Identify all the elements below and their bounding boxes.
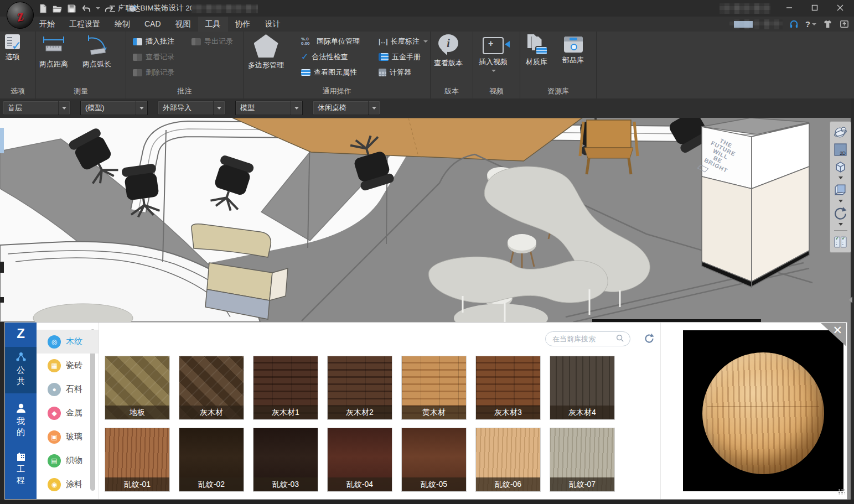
view-combo-0[interactable]: 首层: [3, 101, 70, 115]
material-card-乱纹-04[interactable]: 乱纹-04: [327, 428, 392, 492]
tab-设计[interactable]: 设计: [258, 17, 288, 32]
view-version-button[interactable]: i 查看版本: [434, 34, 463, 68]
material-card-灰木材2[interactable]: 灰木材2: [327, 356, 392, 420]
save-button[interactable]: [66, 3, 77, 14]
minimize-button[interactable]: [777, 0, 802, 15]
material-card-乱纹-02[interactable]: 乱纹-02: [179, 428, 244, 492]
view-combo-4[interactable]: 休闲桌椅: [313, 101, 380, 115]
tile-category-icon: ▦: [48, 359, 61, 372]
insert-video-caret[interactable]: [491, 70, 496, 72]
close-button[interactable]: [827, 0, 853, 15]
tab-开始[interactable]: 开始: [32, 17, 62, 32]
tab-绘制[interactable]: 绘制: [107, 17, 137, 32]
view-record-button[interactable]: 查看记录: [133, 50, 174, 64]
cube-iso-button[interactable]: [832, 158, 849, 175]
material-name: 乱纹-02: [179, 477, 244, 491]
open-file-button[interactable]: [52, 3, 63, 14]
insert-video-button[interactable]: + 插入视频: [479, 34, 508, 72]
two-point-distance-button[interactable]: 两点距离: [39, 34, 68, 69]
material-name: 乱纹-03: [253, 477, 318, 491]
combo-dropdown-arrow[interactable]: [136, 101, 147, 115]
category-玻璃[interactable]: ▣玻璃: [37, 425, 99, 449]
combo-dropdown-arrow[interactable]: [291, 101, 302, 115]
tab-CAD[interactable]: CAD: [137, 17, 168, 32]
material-library-button[interactable]: 材质库: [526, 34, 547, 67]
category-木纹[interactable]: ◎木纹: [37, 330, 99, 354]
collapse-panel-handle[interactable]: [849, 297, 852, 303]
support-headset-icon[interactable]: [789, 19, 799, 29]
cube-iso-dropdown-caret[interactable]: [839, 176, 843, 179]
category-瓷砖[interactable]: ▦瓷砖: [37, 354, 99, 377]
help-button[interactable]: ?: [805, 19, 816, 29]
options-button[interactable]: ✓ 选项: [5, 34, 20, 62]
combo-dropdown-arrow[interactable]: [58, 101, 70, 115]
search-input[interactable]: [551, 334, 612, 344]
material-card-黄木材[interactable]: 黄木材: [401, 356, 467, 420]
intl-units-button[interactable]: %.00.00 国际单位管理: [301, 35, 360, 48]
display-settings-button[interactable]: [832, 233, 849, 250]
maximize-button[interactable]: [802, 0, 827, 15]
search-icon[interactable]: [615, 334, 624, 345]
cube-front-dropdown-caret[interactable]: [839, 200, 843, 202]
material-card-灰木材1[interactable]: 灰木材1: [253, 356, 318, 420]
sidebar-section-工程[interactable]: 工程: [5, 446, 37, 499]
ribbon-group-options: ✓ 选项 选项: [0, 32, 36, 98]
version-info-icon: i: [437, 34, 459, 55]
tab-视图[interactable]: 视图: [168, 17, 198, 32]
theme-shirt-icon[interactable]: [822, 19, 833, 29]
launch-panel-icon[interactable]: [839, 19, 850, 29]
cube-front-button[interactable]: [832, 181, 849, 198]
tab-工程设置[interactable]: 工程设置: [62, 17, 107, 32]
material-name: 灰木材4: [550, 406, 614, 419]
calculator-icon: [379, 69, 386, 76]
view-combo-3[interactable]: 模型: [235, 101, 303, 115]
export-record-button[interactable]: 导出记录: [191, 35, 233, 48]
rotate-view-button[interactable]: [832, 205, 849, 221]
length-dimension-caret[interactable]: [423, 40, 428, 43]
undo-caret-icon[interactable]: [96, 7, 100, 9]
material-card-乱纹-03[interactable]: 乱纹-03: [253, 428, 318, 492]
combo-dropdown-arrow[interactable]: [368, 101, 380, 115]
sidebar-section-我的[interactable]: 我的: [5, 398, 37, 444]
category-石料[interactable]: ●石料: [37, 377, 99, 401]
view-2d-button[interactable]: 2D: [832, 141, 849, 158]
material-card-乱纹-01[interactable]: 乱纹-01: [105, 428, 170, 492]
validity-check-button[interactable]: ✓ 合法性检查: [301, 50, 348, 64]
combo-dropdown-arrow[interactable]: [213, 101, 225, 115]
view-combo-1[interactable]: (模型): [80, 101, 148, 115]
tab-协作[interactable]: 协作: [228, 17, 258, 32]
category-涂料[interactable]: ◉涂料: [37, 472, 99, 496]
material-card-地板[interactable]: 地板: [105, 356, 170, 420]
material-card-灰木材3[interactable]: 灰木材3: [475, 356, 541, 420]
category-织物[interactable]: ▤织物: [37, 449, 99, 472]
material-card-乱纹-05[interactable]: 乱纹-05: [401, 428, 467, 492]
two-point-arc-button[interactable]: 两点弧长: [82, 34, 111, 69]
app-menu-button[interactable]: z: [7, 2, 34, 29]
orbit-3d-button[interactable]: [832, 124, 849, 141]
title-pin-icon: [110, 6, 115, 12]
material-card-灰木材4[interactable]: 灰木材4: [550, 356, 615, 420]
element-props-button[interactable]: 查看图元属性: [301, 66, 357, 79]
delete-record-button[interactable]: 删除记录: [133, 66, 174, 79]
units-icon: %.00.00: [301, 37, 313, 46]
new-file-button[interactable]: [38, 3, 48, 14]
rotate-view-dropdown-caret[interactable]: [839, 223, 843, 226]
material-card-乱纹-06[interactable]: 乱纹-06: [475, 428, 541, 492]
refresh-library-button[interactable]: [643, 332, 656, 345]
material-preview-sphere: [702, 352, 824, 474]
insert-annotation-button[interactable]: 插入批注: [133, 35, 174, 48]
tab-工具[interactable]: 工具: [198, 17, 228, 32]
material-card-乱纹-07[interactable]: 乱纹-07: [550, 428, 615, 492]
polygon-manage-button[interactable]: 多边形管理: [248, 34, 284, 70]
material-card-灰木材[interactable]: 灰木材: [179, 356, 244, 420]
view-combo-2[interactable]: 外部导入: [158, 101, 225, 115]
sidebar-section-公共[interactable]: 公共: [5, 347, 37, 393]
material-preview-viewport[interactable]: [683, 330, 843, 491]
length-dimension-button[interactable]: |↔| 长度标注: [379, 35, 428, 48]
undo-button[interactable]: [81, 3, 91, 14]
hardware-manual-button[interactable]: 五金手册: [379, 50, 421, 64]
calculator-button[interactable]: 计算器: [379, 66, 411, 79]
preview-resize-handle[interactable]: [838, 489, 845, 495]
category-金属[interactable]: ◆金属: [37, 401, 99, 425]
parts-library-button[interactable]: 部品库: [562, 34, 584, 65]
